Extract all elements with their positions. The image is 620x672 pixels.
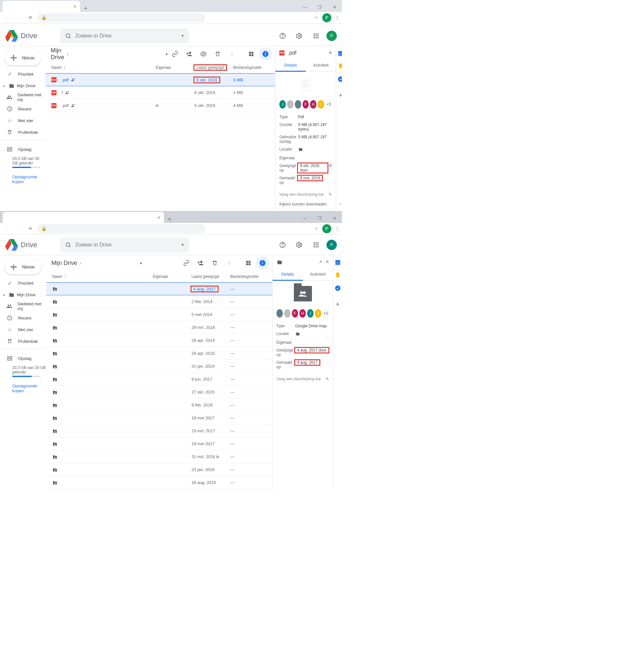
activity-tab[interactable]: Activiteit <box>306 59 336 71</box>
folder-row[interactable]: 18 mei 2017— <box>46 412 272 425</box>
edit-icon[interactable]: ✎ <box>329 192 332 197</box>
sidebar-starred[interactable]: ☆Met ster <box>0 115 42 126</box>
history-icon[interactable]: ↺ <box>329 163 332 168</box>
sidebar-priority[interactable]: ✓Prioriteit <box>0 277 43 289</box>
addons-plus-icon[interactable]: + <box>334 301 341 307</box>
browser-tab[interactable]: × <box>3 1 80 12</box>
shared-avatar[interactable]: J <box>315 309 321 318</box>
help-icon[interactable] <box>276 238 289 251</box>
activity-tab[interactable]: Activiteit <box>303 269 333 280</box>
more-avatars[interactable]: +5 <box>325 100 332 108</box>
sidebar-priority[interactable]: ✓Prioriteit <box>0 68 42 80</box>
help-icon[interactable] <box>276 30 289 42</box>
folder-row[interactable]: 27 okt. 2015— <box>46 386 272 399</box>
link-icon[interactable] <box>168 47 182 60</box>
nav-back[interactable]: ← <box>3 224 12 233</box>
d-value[interactable] <box>295 332 329 337</box>
info-icon[interactable] <box>259 47 272 60</box>
new-button[interactable]: Nieuw <box>4 259 42 275</box>
col-date[interactable]: Laatst gewijzigd <box>194 65 233 70</box>
col-size[interactable]: Bestandsgrootte <box>230 274 266 279</box>
sidebar-shared[interactable]: Gedeeld met mij <box>0 91 42 103</box>
folder-row[interactable]: 9 feb. 2018— <box>46 399 272 412</box>
shared-avatar[interactable]: F <box>292 309 298 318</box>
account-avatar[interactable]: P <box>326 31 337 41</box>
shared-avatar[interactable]: F <box>303 100 309 108</box>
window-close[interactable]: ✕ <box>327 213 342 223</box>
edit-icon[interactable]: ✎ <box>326 377 329 381</box>
folder-dropdown[interactable]: ▾ <box>166 52 168 56</box>
folder-row[interactable]: 23 jan. 2018— <box>46 463 272 476</box>
folder-row[interactable]: 5 mei 2014— <box>46 308 272 321</box>
folder-row[interactable]: 19 mei 2017— <box>46 437 272 450</box>
more-icon[interactable]: ⋮ <box>225 47 238 60</box>
folder-row[interactable]: 29 apr. 2015— <box>46 347 272 360</box>
bookmark-star[interactable]: ☆ <box>314 226 318 231</box>
nav-back[interactable]: ← <box>3 13 12 22</box>
folder-row[interactable]: 18 aug. 2015— <box>46 476 272 489</box>
shared-avatar[interactable]: J <box>318 100 324 108</box>
tasks-icon[interactable] <box>334 285 341 291</box>
share-person-icon[interactable] <box>183 47 196 60</box>
file-row[interactable]: PDFf 6 okt. 20191 MB <box>46 86 275 99</box>
sidebar-mydrive[interactable]: ▸Mijn Drive <box>0 289 43 300</box>
more-avatars[interactable]: +5 <box>323 309 329 318</box>
profile-avatar[interactable]: P <box>322 224 331 233</box>
tab-close[interactable]: × <box>156 215 161 220</box>
browser-tab[interactable]: × <box>3 212 164 223</box>
folder-row[interactable]: 4 aug. 2017— <box>46 282 272 295</box>
browser-menu[interactable]: ⋮ <box>335 15 340 20</box>
account-avatar[interactable]: P <box>326 240 337 250</box>
sidebar-mydrive[interactable]: ▸Mijn Drive <box>0 80 42 91</box>
link-icon[interactable] <box>180 256 193 270</box>
apps-icon[interactable] <box>310 30 323 42</box>
folder-row[interactable]: 31 jan. 2014— <box>46 360 272 373</box>
shared-avatar[interactable] <box>276 309 283 318</box>
preview-eye-icon[interactable] <box>197 47 210 60</box>
sidebar-shared[interactable]: Gedeeld met mij <box>0 300 43 312</box>
url-input[interactable]: 🔒 <box>38 224 205 233</box>
shared-avatar[interactable]: J <box>307 309 314 318</box>
grid-view-icon[interactable] <box>245 47 258 60</box>
tasks-icon[interactable] <box>338 76 342 82</box>
col-owner[interactable]: Eigenaar <box>153 274 192 279</box>
shared-avatar[interactable] <box>295 100 301 108</box>
shared-avatar[interactable] <box>287 100 294 108</box>
settings-icon[interactable] <box>293 30 306 42</box>
search-bar[interactable]: ▾ <box>60 237 189 252</box>
delete-icon[interactable] <box>211 47 224 60</box>
tab-close[interactable]: × <box>72 4 78 9</box>
nav-forward[interactable]: → <box>14 13 23 22</box>
caret-icon[interactable]: ▸ <box>2 293 6 297</box>
sidebar-trash[interactable]: Prullenbak <box>0 126 42 138</box>
search-options-chevron[interactable]: ▾ <box>182 33 184 38</box>
grid-view-icon[interactable] <box>242 256 255 270</box>
file-row[interactable]: PDF.pdf ik5 okt. 20194 MB <box>46 99 275 112</box>
share-person-icon[interactable] <box>194 256 207 270</box>
info-icon[interactable] <box>256 256 269 270</box>
delete-icon[interactable] <box>208 256 221 270</box>
url-input[interactable]: 🔒 <box>38 13 205 22</box>
window-close[interactable]: ✕ <box>327 2 342 12</box>
drive-logo-area[interactable]: Drive <box>5 238 37 251</box>
keep-icon[interactable] <box>338 63 342 69</box>
breadcrumb-root[interactable]: Mijn Drive <box>49 258 79 268</box>
folder-row[interactable]: 9 jun. 2017— <box>46 373 272 386</box>
window-maximize[interactable]: ❐ <box>312 2 327 12</box>
shared-avatar[interactable]: H <box>299 309 306 318</box>
window-maximize[interactable]: ❐ <box>312 213 327 223</box>
sidebar-storage[interactable]: Opslag <box>0 143 42 155</box>
sidebar-starred[interactable]: ☆Met ster <box>0 324 43 335</box>
col-name[interactable]: Naam↑ <box>46 65 156 70</box>
folder-row[interactable]: 31 mrt. 2016 ik— <box>46 450 272 463</box>
calendar-icon[interactable] <box>334 259 341 266</box>
profile-avatar[interactable]: P <box>322 13 331 22</box>
close-details[interactable]: × <box>325 258 329 265</box>
window-minimize[interactable]: — <box>297 2 312 12</box>
add-description[interactable]: Voeg een beschrijving toe <box>279 192 323 197</box>
d-value[interactable] <box>298 147 332 152</box>
search-input[interactable] <box>75 33 182 39</box>
collapse-icon[interactable]: › <box>338 200 342 206</box>
folder-row[interactable]: 28 apr. 2014— <box>46 334 272 347</box>
new-tab-button[interactable]: + <box>164 216 175 223</box>
